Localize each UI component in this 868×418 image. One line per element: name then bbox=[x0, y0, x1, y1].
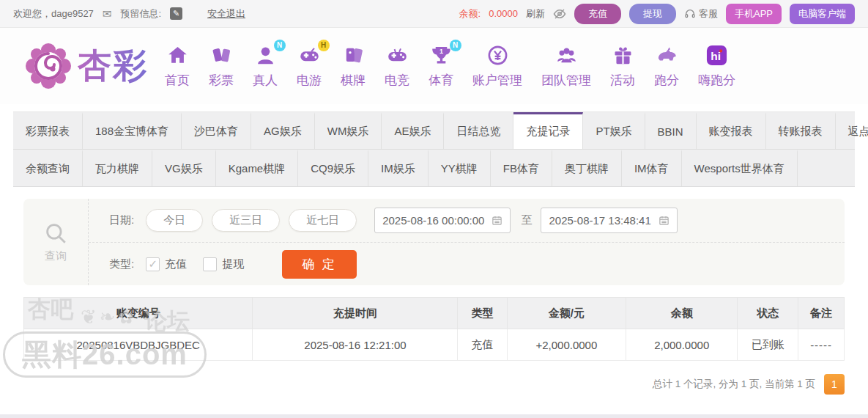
site-logo[interactable]: 杏彩 bbox=[25, 43, 148, 89]
cell-change-id: 20250816VBDBJGBDEC bbox=[24, 329, 253, 361]
tab-item[interactable]: AE娱乐 bbox=[382, 112, 444, 149]
date-from-input[interactable]: 2025-08-16 00:00:00 bbox=[374, 208, 511, 233]
tab-item[interactable]: FB体育 bbox=[491, 150, 552, 186]
tab-item[interactable]: 沙巴体育 bbox=[182, 112, 251, 149]
esports-gamepad-icon bbox=[386, 44, 409, 70]
tab-item[interactable]: PT娱乐 bbox=[583, 112, 645, 149]
nav-item-egame[interactable]: H 电游 bbox=[287, 44, 331, 89]
cell-time: 2025-08-16 12:21:00 bbox=[253, 329, 458, 361]
tab-item[interactable]: 奥丁棋牌 bbox=[552, 150, 622, 186]
cards-icon bbox=[342, 44, 365, 70]
tab-item[interactable]: IM娱乐 bbox=[368, 150, 429, 186]
tab-item[interactable]: 日结总览 bbox=[444, 112, 513, 149]
tab-item[interactable]: WM娱乐 bbox=[315, 112, 382, 149]
tab-item[interactable]: Wesports世界体育 bbox=[682, 150, 798, 186]
nav-item-hi-paofen[interactable]: hi 嗨跑分 bbox=[689, 44, 745, 89]
mail-icon[interactable]: ✉ bbox=[103, 7, 112, 21]
tab-item[interactable]: YY棋牌 bbox=[429, 150, 491, 186]
calendar-icon bbox=[659, 215, 669, 226]
col-change-id: 账变编号 bbox=[24, 298, 253, 329]
tab-item[interactable]: AG娱乐 bbox=[251, 112, 315, 149]
nav-item-team[interactable]: 团队管理 bbox=[532, 44, 601, 89]
nav-item-home[interactable]: 首页 bbox=[155, 44, 199, 89]
col-remark: 备注 bbox=[798, 298, 845, 329]
date-from-value: 2025-08-16 00:00:00 bbox=[382, 214, 484, 227]
nav-item-live[interactable]: N 真人 bbox=[243, 44, 287, 89]
filter-rows: 日期: 今日 近三日 近七日 2025-08-16 00:00:00 至 202… bbox=[88, 199, 845, 285]
tab-item[interactable]: IM体育 bbox=[622, 150, 682, 186]
customer-service-link[interactable]: 客服 bbox=[684, 7, 718, 21]
tab-item-active-deposit-records[interactable]: 充提记录 bbox=[513, 112, 583, 149]
nav-item-lottery[interactable]: 彩票 bbox=[199, 44, 243, 89]
range-7days-button[interactable]: 近七日 bbox=[289, 209, 357, 232]
col-amount: 金额/元 bbox=[507, 298, 626, 329]
balance-label: 余额: bbox=[459, 7, 481, 21]
pagination-summary: 总计 1 个记录, 分为 1 页, 当前第 1 页 bbox=[653, 378, 815, 391]
report-tabs: 彩票报表 188金宝博体育 沙巴体育 AG娱乐 WM娱乐 AE娱乐 日结总览 充… bbox=[13, 111, 855, 187]
trophy-icon: 1 N bbox=[430, 44, 453, 70]
cell-amount: +2,000.0000 bbox=[507, 329, 626, 361]
date-to-value: 2025-08-17 13:48:41 bbox=[549, 214, 650, 227]
table-row: 20250816VBDBJGBDEC 2025-08-16 12:21:00 充… bbox=[24, 329, 845, 361]
confirm-button[interactable]: 确 定 bbox=[282, 250, 357, 279]
withdraw-button[interactable]: 提现 bbox=[629, 4, 676, 24]
tab-item[interactable]: BBIN bbox=[645, 112, 697, 149]
tab-item[interactable]: 瓦力棋牌 bbox=[83, 150, 152, 186]
refresh-button[interactable]: 刷新 bbox=[526, 7, 545, 21]
tab-item[interactable]: 转账报表 bbox=[766, 112, 836, 149]
yen-coin-icon bbox=[486, 44, 509, 70]
checkbox-unchecked[interactable] bbox=[203, 257, 217, 271]
new-badge: N bbox=[274, 40, 286, 51]
gift-icon bbox=[612, 44, 634, 70]
svg-text:1: 1 bbox=[439, 47, 442, 54]
col-time: 充提时间 bbox=[253, 298, 458, 329]
pc-client-button[interactable]: 电脑客户端 bbox=[790, 4, 855, 24]
date-filter-row: 日期: 今日 近三日 近七日 2025-08-16 00:00:00 至 202… bbox=[89, 199, 845, 242]
brand-bar: 杏彩 首页 彩票 N 真人 bbox=[0, 28, 868, 104]
search-label: 查询 bbox=[45, 249, 67, 263]
to-label: 至 bbox=[521, 213, 532, 227]
range-today-button[interactable]: 今日 bbox=[146, 209, 203, 232]
tab-item[interactable]: 彩票报表 bbox=[13, 112, 83, 149]
type-deposit-checkbox[interactable]: ✓ 充值 bbox=[146, 257, 187, 271]
eye-off-icon[interactable] bbox=[553, 7, 566, 21]
nav-item-activity[interactable]: 活动 bbox=[601, 44, 645, 89]
cell-type: 充值 bbox=[458, 329, 507, 361]
tab-item[interactable]: VG娱乐 bbox=[152, 150, 216, 186]
col-type: 类型 bbox=[458, 298, 507, 329]
rhino-icon bbox=[656, 44, 678, 70]
tab-item[interactable]: 账变报表 bbox=[697, 112, 766, 149]
type-withdraw-checkbox[interactable]: 提现 bbox=[203, 257, 244, 271]
logout-link[interactable]: 安全退出 bbox=[207, 7, 245, 21]
range-3days-button[interactable]: 近三日 bbox=[212, 209, 280, 232]
tab-item[interactable]: 188金宝博体育 bbox=[83, 112, 182, 149]
logo-flower-icon bbox=[25, 43, 72, 89]
date-to-input[interactable]: 2025-08-17 13:48:41 bbox=[541, 208, 677, 233]
nav-item-paofen[interactable]: 跑分 bbox=[645, 44, 689, 89]
tab-item[interactable]: CQ9娱乐 bbox=[298, 150, 368, 186]
date-label: 日期: bbox=[109, 213, 134, 227]
nav-item-sports[interactable]: 1 N 体育 bbox=[419, 44, 463, 89]
nav-item-cards[interactable]: 棋牌 bbox=[331, 44, 375, 89]
checkbox-label: 提现 bbox=[222, 257, 244, 271]
col-balance: 余额 bbox=[626, 298, 738, 329]
main-content: 彩票报表 188金宝博体育 沙巴体育 AG娱乐 WM娱乐 AE娱乐 日结总览 充… bbox=[13, 111, 855, 395]
tab-item[interactable]: 余额查询 bbox=[13, 150, 83, 186]
search-block[interactable]: 查询 bbox=[23, 199, 88, 285]
deposit-button[interactable]: 充值 bbox=[574, 4, 621, 24]
page-1-button[interactable]: 1 bbox=[824, 374, 845, 395]
welcome-text: 欢迎您，dage9527 bbox=[13, 7, 94, 21]
mobile-app-button[interactable]: 手机APP bbox=[726, 4, 782, 24]
edit-icon[interactable]: ✎ bbox=[170, 7, 182, 20]
nav-item-account[interactable]: 账户管理 bbox=[463, 44, 532, 89]
tab-item[interactable]: Kgame棋牌 bbox=[216, 150, 299, 186]
home-icon bbox=[166, 44, 189, 70]
col-status: 状态 bbox=[738, 298, 798, 329]
checkbox-checked[interactable]: ✓ bbox=[146, 257, 160, 271]
bottom-divider bbox=[0, 414, 868, 418]
cell-balance: 2,000.0000 bbox=[626, 329, 738, 361]
nav-item-esports[interactable]: 电竞 bbox=[375, 44, 419, 89]
main-nav: 首页 彩票 N 真人 bbox=[155, 44, 745, 89]
lottery-ticket-icon bbox=[210, 44, 233, 70]
tab-item[interactable]: 返点总额 bbox=[836, 112, 868, 149]
